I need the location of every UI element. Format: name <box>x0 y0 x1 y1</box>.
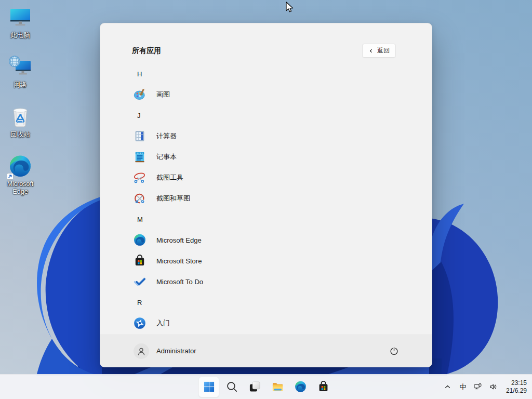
taskbar: 中 23:15 21/6.29 <box>0 374 532 399</box>
store-icon <box>317 380 330 393</box>
back-button[interactable]: 返回 <box>362 44 396 58</box>
desktop: 此电脑网络回收站Microsoft Edge 所有应用 返回 H画图J计算器记事… <box>0 0 532 399</box>
calculator-icon <box>133 129 147 143</box>
network-icon <box>8 55 33 79</box>
tray-network-button[interactable] <box>473 382 483 392</box>
edge-icon <box>294 380 307 393</box>
taskbar-file-explorer-button[interactable] <box>267 377 288 397</box>
tray-time: 23:15 <box>506 379 527 387</box>
recycle-bin-icon <box>8 104 33 129</box>
app-item-snipping-tool[interactable]: 截图工具 <box>100 167 432 188</box>
desktop-icon-recycle-bin[interactable]: 回收站 <box>0 104 41 139</box>
shortcut-arrow-icon <box>7 173 14 180</box>
tray-date: 21/6.29 <box>506 387 527 395</box>
tray-clock[interactable]: 23:15 21/6.29 <box>504 379 527 395</box>
desktop-icon-label: Microsoft Edge <box>1 180 39 196</box>
taskbar-buttons <box>198 375 334 399</box>
desktop-icon-label: 网络 <box>14 81 27 89</box>
user-name[interactable]: Administrator <box>156 347 385 355</box>
start-menu-header: 所有应用 返回 <box>100 23 432 57</box>
app-item-paint[interactable]: 画图 <box>100 84 432 105</box>
user-bar: Administrator <box>100 335 432 367</box>
edge-icon <box>133 233 147 247</box>
taskbar-search-button[interactable] <box>221 377 242 397</box>
todo-icon <box>133 275 147 288</box>
snipping-tool-icon <box>133 171 147 184</box>
section-letter-J[interactable]: J <box>100 105 432 126</box>
mouse-cursor <box>284 1 295 14</box>
this-pc-icon <box>8 5 33 30</box>
person-icon <box>136 345 147 357</box>
app-item-microsoft-to-do[interactable]: Microsoft To Do <box>100 271 432 292</box>
chevron-up-icon <box>443 382 452 391</box>
notepad-icon <box>133 150 147 164</box>
speaker-icon <box>489 382 498 391</box>
power-icon <box>389 346 399 356</box>
app-list: H画图J计算器记事本截图工具截图和草图MMicrosoft EdgeMicros… <box>100 63 432 334</box>
desktop-icon-network[interactable]: 网络 <box>0 55 41 89</box>
desktop-icon-label: 回收站 <box>10 131 30 139</box>
desktop-icon-microsoft-edge[interactable]: Microsoft Edge <box>0 154 41 196</box>
windows-start-icon <box>203 380 216 393</box>
app-item-calculator[interactable]: 计算器 <box>100 126 432 147</box>
app-item-label: 截图工具 <box>156 173 183 182</box>
user-avatar[interactable] <box>134 343 149 359</box>
tray-volume-button[interactable] <box>488 382 499 392</box>
section-letter-H[interactable]: H <box>100 63 432 84</box>
folder-icon <box>271 380 284 393</box>
taskbar-store-button[interactable] <box>313 377 334 397</box>
all-apps-title: 所有应用 <box>132 46 161 56</box>
task-view-icon <box>248 380 261 393</box>
app-item-label: 画图 <box>156 90 170 99</box>
app-item-microsoft-edge[interactable]: Microsoft Edge <box>100 230 432 250</box>
section-letter-M[interactable]: M <box>100 209 432 230</box>
back-button-label: 返回 <box>377 46 390 55</box>
store-icon <box>133 254 147 268</box>
app-item-label: Microsoft Store <box>156 257 202 265</box>
search-icon <box>225 380 238 393</box>
snip-sketch-icon <box>133 192 147 205</box>
power-button[interactable] <box>385 342 403 360</box>
app-item-label: 计算器 <box>156 131 177 141</box>
app-item-label: Microsoft Edge <box>156 236 202 244</box>
network-ethernet-icon <box>473 382 482 391</box>
app-item-snip-sketch[interactable]: 截图和草图 <box>100 188 432 209</box>
section-letter-R[interactable]: R <box>100 292 432 313</box>
start-menu: 所有应用 返回 H画图J计算器记事本截图工具截图和草图MMicrosoft Ed… <box>100 23 432 367</box>
taskbar-start-button[interactable] <box>198 377 219 397</box>
tray-chevron-up-button[interactable] <box>443 382 453 392</box>
ime-indicator[interactable]: 中 <box>458 382 468 392</box>
app-item-label: Microsoft To Do <box>156 278 203 286</box>
desktop-icon-this-pc[interactable]: 此电脑 <box>0 5 41 39</box>
taskbar-task-view-button[interactable] <box>244 377 265 397</box>
app-item-notepad[interactable]: 记事本 <box>100 147 432 167</box>
app-item-get-started[interactable]: 入门 <box>100 313 432 334</box>
app-item-label: 入门 <box>156 318 170 328</box>
get-started-icon <box>133 316 147 330</box>
chevron-left-icon <box>368 48 374 54</box>
taskbar-edge-button[interactable] <box>290 377 311 397</box>
app-item-label: 截图和草图 <box>156 194 190 203</box>
app-item-microsoft-store[interactable]: Microsoft Store <box>100 250 432 271</box>
paint-icon <box>133 88 147 101</box>
app-item-label: 记事本 <box>156 152 177 162</box>
system-tray: 中 23:15 21/6.29 <box>443 375 532 399</box>
edge-icon <box>8 154 33 179</box>
desktop-icon-label: 此电脑 <box>10 32 30 39</box>
